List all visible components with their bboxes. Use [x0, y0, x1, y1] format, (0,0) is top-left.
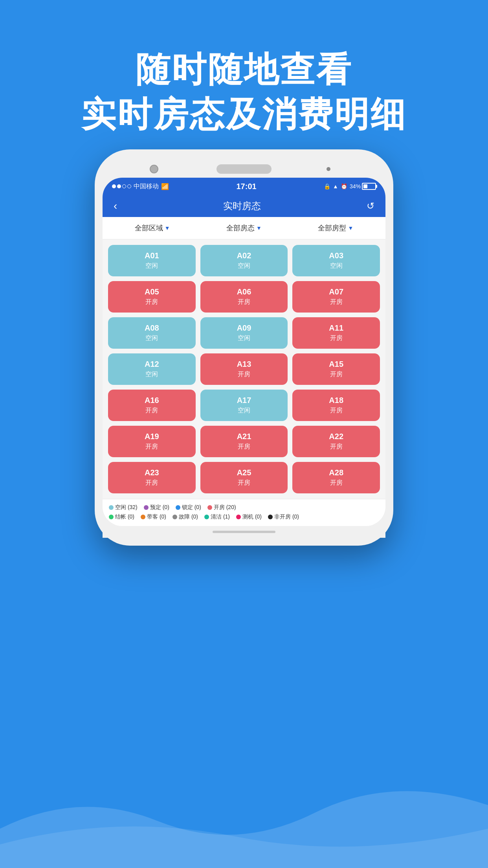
phone-screen: 中国移动 📶 17:01 🔒 ▲ ⏰ 34% [103, 178, 385, 526]
legend-item: 带客 (0) [141, 513, 166, 520]
phone-frame: 中国移动 📶 17:01 🔒 ▲ ⏰ 34% [95, 149, 393, 546]
room-card[interactable]: A22 开房 [292, 426, 380, 457]
legend-item: 预定 (0) [144, 504, 169, 511]
home-indicator [213, 531, 275, 533]
room-status: 空闲 [204, 406, 284, 415]
room-card[interactable]: A12 空闲 [108, 353, 196, 385]
legend-label: 空闲 (32) [115, 504, 138, 511]
legend-dot [268, 515, 273, 519]
room-status: 空闲 [296, 262, 376, 270]
room-status: 空闲 [112, 370, 192, 379]
phone-hardware-bottom [103, 526, 385, 538]
legend-dot [109, 505, 114, 510]
location-icon: ▲ [333, 183, 338, 189]
room-card[interactable]: A23 开房 [108, 462, 196, 493]
legend-dot [204, 515, 209, 519]
room-card[interactable]: A25 开房 [200, 462, 288, 493]
battery-percent: 34% [350, 183, 361, 189]
legend-dot [109, 515, 114, 519]
signal-dot-2 [117, 184, 121, 188]
room-number: A06 [204, 287, 284, 296]
signal-dot-1 [112, 184, 116, 188]
legend-label: 故障 (0) [179, 513, 198, 520]
lock-icon: 🔒 [324, 183, 330, 189]
room-status: 开房 [296, 479, 376, 487]
room-number: A11 [296, 324, 376, 333]
room-card[interactable]: A21 开房 [200, 426, 288, 457]
room-status: 开房 [112, 443, 192, 451]
room-card[interactable]: A01 空闲 [108, 245, 196, 276]
phone-sensor [327, 167, 330, 171]
room-card[interactable]: A13 开房 [200, 353, 288, 385]
legend-label: 预定 (0) [150, 504, 169, 511]
room-card[interactable]: A19 开房 [108, 426, 196, 457]
room-status: 开房 [204, 479, 284, 487]
back-button[interactable]: ‹ [114, 200, 117, 212]
room-card[interactable]: A03 空闲 [292, 245, 380, 276]
room-status: 开房 [296, 298, 376, 306]
legend-item: 测机 (0) [236, 513, 262, 520]
refresh-button[interactable]: ↺ [367, 200, 374, 211]
legend-row-1: 空闲 (32) 预定 (0) 锁定 (0) 开房 (20) [109, 504, 379, 511]
room-card[interactable]: A06 开房 [200, 281, 288, 313]
legend-item: 开房 (20) [207, 504, 236, 511]
room-status: 开房 [296, 334, 376, 342]
phone-speaker [216, 164, 272, 174]
status-left: 中国移动 📶 [112, 182, 169, 191]
room-grid-container: A01 空闲 A02 空闲 A03 空闲 A05 开房 A06 开房 A07 开… [103, 239, 385, 499]
signal-dot-4 [127, 184, 131, 188]
filter-area[interactable]: 全部区域 ▼ [135, 223, 170, 233]
battery-indicator: 34% [350, 183, 376, 190]
hero-line2: 实时房态及消费明细 [81, 95, 407, 134]
filter-type[interactable]: 全部房型 ▼ [318, 223, 353, 233]
room-card[interactable]: A07 开房 [292, 281, 380, 313]
room-card[interactable]: A17 空闲 [200, 390, 288, 421]
room-card[interactable]: A08 空闲 [108, 317, 196, 349]
legend-dot [207, 505, 212, 510]
room-card[interactable]: A15 开房 [292, 353, 380, 385]
room-status: 开房 [296, 370, 376, 379]
room-status: 空闲 [204, 334, 284, 342]
phone-hardware-top [103, 157, 385, 178]
room-status: 开房 [112, 479, 192, 487]
hero-line1: 随时随地查看 [136, 50, 352, 89]
room-status: 空闲 [112, 262, 192, 270]
room-number: A17 [204, 396, 284, 405]
legend-bar: 空闲 (32) 预定 (0) 锁定 (0) 开房 (20) 结帐 (0) 带客 … [103, 499, 385, 526]
legend-row-2: 结帐 (0) 带客 (0) 故障 (0) 清洁 (1) 测机 (0) 非开房 (… [109, 513, 379, 520]
status-time: 17:01 [236, 182, 256, 191]
room-status: 开房 [296, 443, 376, 451]
phone-camera [150, 165, 158, 173]
room-card[interactable]: A09 空闲 [200, 317, 288, 349]
legend-label: 清洁 (1) [211, 513, 230, 520]
room-number: A12 [112, 360, 192, 369]
room-status: 空闲 [204, 262, 284, 270]
room-card[interactable]: A28 开房 [292, 462, 380, 493]
room-card[interactable]: A18 开房 [292, 390, 380, 421]
room-number: A18 [296, 396, 376, 405]
room-number: A01 [112, 251, 192, 260]
legend-dot [144, 505, 149, 510]
room-number: A09 [204, 324, 284, 333]
legend-label: 开房 (20) [214, 504, 236, 511]
room-status: 开房 [112, 406, 192, 415]
room-card[interactable]: A11 开房 [292, 317, 380, 349]
room-number: A13 [204, 360, 284, 369]
legend-label: 带客 (0) [147, 513, 166, 520]
room-card[interactable]: A05 开房 [108, 281, 196, 313]
room-number: A03 [296, 251, 376, 260]
battery-bar [362, 183, 376, 190]
legend-label: 非开房 (0) [274, 513, 299, 520]
room-card[interactable]: A16 开房 [108, 390, 196, 421]
room-status: 开房 [296, 406, 376, 415]
filter-type-arrow: ▼ [348, 225, 353, 231]
room-card[interactable]: A02 空闲 [200, 245, 288, 276]
legend-label: 锁定 (0) [182, 504, 201, 511]
alarm-icon: ⏰ [341, 183, 347, 189]
legend-dot [172, 515, 177, 519]
signal-dots [112, 184, 131, 188]
room-number: A08 [112, 324, 192, 333]
room-number: A21 [204, 432, 284, 441]
filter-status[interactable]: 全部房态 ▼ [226, 223, 262, 233]
legend-item: 故障 (0) [172, 513, 198, 520]
